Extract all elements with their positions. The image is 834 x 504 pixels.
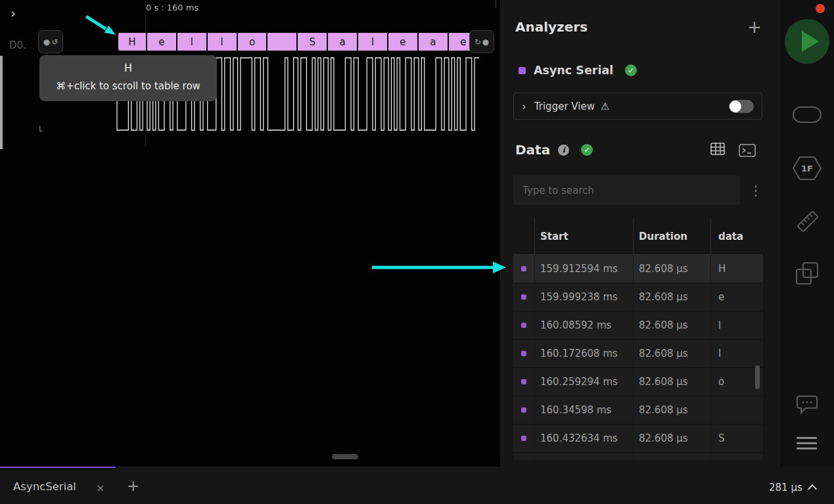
time-range-label: 281 µs (769, 482, 802, 493)
cell-data: a (710, 453, 763, 460)
analyzers-panel: Analyzers + Async Serial ✓ › Trigger Vie… (499, 0, 779, 467)
time-range-control[interactable]: 281 µs (769, 482, 816, 493)
decoded-byte[interactable]: e (388, 33, 419, 51)
tooltip-hint: ⌘+click to scroll to table row (49, 80, 208, 92)
cell-data: e (710, 283, 763, 311)
svg-text:1F: 1F (801, 164, 813, 173)
cell-start: 160.259294 ms (534, 368, 633, 396)
hex-values-icon[interactable]: 1F (792, 156, 822, 181)
frame-color-swatch (521, 436, 526, 441)
table-row[interactable]: 160.259294 ms82.608 µso (513, 368, 763, 396)
cell-duration: 82.608 µs (633, 453, 710, 460)
decoded-byte[interactable]: e (147, 33, 177, 51)
logic-analyzer-app: › 0 s : 160 ms D0. HelloSaleae ●↺ ↻● L H… (0, 0, 834, 504)
decoded-byte[interactable]: o (238, 33, 268, 51)
data-table-header: Start Duration data (513, 218, 763, 255)
decoded-byte[interactable]: a (419, 33, 449, 51)
redo-arrow-icon: ↻ (475, 37, 481, 47)
frame-color-swatch (521, 294, 526, 300)
info-icon[interactable]: i (558, 145, 569, 156)
decoded-byte[interactable]: H (117, 33, 147, 51)
notification-dot (816, 4, 825, 13)
frame-color-swatch (521, 379, 526, 384)
warning-icon: ⚠ (601, 101, 609, 112)
dot-icon: ● (482, 37, 489, 47)
cell-duration: 82.608 µs (633, 255, 710, 283)
cell-duration: 82.608 µs (633, 368, 710, 396)
right-toolbar: 1F (779, 0, 834, 467)
prev-edge-button[interactable]: ●↺ (38, 30, 63, 53)
analyzer-color-swatch (519, 67, 526, 74)
decoded-byte[interactable]: l (358, 33, 388, 51)
frame-color-swatch (521, 266, 526, 271)
device-icon[interactable] (793, 106, 822, 123)
close-tab-icon[interactable]: × (96, 482, 104, 494)
decoded-byte[interactable]: l (208, 33, 238, 51)
next-edge-button[interactable]: ↻● (469, 30, 494, 53)
cell-bullet (513, 283, 534, 311)
byte-tooltip: H ⌘+click to scroll to table row (39, 55, 217, 101)
analyzer-item-async-serial[interactable]: Async Serial ✓ (519, 64, 637, 77)
table-row[interactable]: 160.08592 ms82.608 µsl (513, 311, 763, 340)
analyzer-name: Async Serial (534, 64, 613, 77)
tooltip-byte-value: H (49, 62, 208, 74)
cell-start: 159.999238 ms (534, 283, 633, 311)
cell-data: l (710, 340, 763, 367)
layers-icon[interactable] (794, 260, 820, 286)
column-header-bullet (513, 218, 534, 254)
start-capture-button[interactable] (785, 19, 829, 64)
undo-arrow-icon: ↺ (51, 37, 58, 47)
add-tab-button[interactable]: + (127, 477, 139, 494)
waveform-pane: › 0 s : 160 ms D0. HelloSaleae ●↺ ↻● L H… (0, 0, 499, 467)
data-status-check-icon: ✓ (581, 144, 593, 156)
table-row[interactable]: 160.172608 ms82.608 µsl (513, 340, 763, 368)
cell-bullet (513, 396, 534, 424)
tab-asyncserial[interactable]: AsyncSerial (13, 480, 76, 493)
cell-data: l (710, 311, 763, 339)
active-tab-indicator (0, 467, 116, 468)
column-header-start[interactable]: Start (534, 218, 633, 254)
decoded-byte[interactable]: S (298, 33, 328, 51)
frame-color-swatch (521, 351, 526, 356)
table-row[interactable]: 160.432634 ms82.608 µsS (513, 424, 763, 453)
chevron-right-icon[interactable]: › (522, 100, 526, 113)
column-header-data[interactable]: data (710, 218, 763, 254)
analyzers-title: Analyzers (515, 19, 588, 35)
trigger-view-label: Trigger View (534, 101, 595, 112)
data-title: Data (515, 142, 550, 158)
bottom-tab-bar: AsyncSerial × + 281 µs (0, 467, 834, 504)
ruler-measure-icon[interactable] (795, 209, 820, 234)
cell-bullet (513, 424, 534, 452)
cell-duration: 82.608 µs (633, 396, 710, 424)
column-header-duration[interactable]: Duration (633, 218, 710, 254)
trigger-view-row[interactable]: › Trigger View ⚠ (513, 93, 762, 120)
cell-data: H (710, 255, 763, 283)
search-input[interactable] (513, 175, 740, 205)
cell-duration: 82.608 µs (633, 424, 710, 452)
cell-bullet (513, 340, 534, 367)
table-row[interactable]: 159.912594 ms82.608 µsH (513, 255, 763, 283)
data-table: Start Duration data 159.912594 ms82.608 … (513, 218, 763, 460)
add-analyzer-button[interactable]: + (747, 17, 762, 37)
cell-duration: 82.608 µs (633, 340, 710, 367)
decoded-byte[interactable]: a (328, 33, 358, 51)
cell-start: 160.172608 ms (534, 340, 633, 367)
table-row[interactable]: 160.34598 ms82.608 µs (513, 396, 763, 424)
kebab-menu-icon[interactable]: ⋮ (749, 183, 762, 198)
data-table-body: 159.912594 ms82.608 µsH159.999238 ms82.6… (513, 255, 763, 460)
table-view-icon[interactable] (710, 143, 725, 155)
cell-duration: 82.608 µs (633, 283, 710, 311)
menu-icon[interactable] (797, 437, 817, 453)
table-row[interactable]: 159.999238 ms82.608 µse (513, 283, 763, 311)
trigger-view-toggle[interactable] (729, 100, 754, 113)
terminal-view-icon[interactable] (739, 144, 756, 157)
table-row[interactable]: 160.519278 ms82.608 µsa (513, 453, 763, 460)
cell-data (710, 396, 763, 424)
decoded-byte[interactable] (267, 33, 298, 51)
table-scrollbar-thumb[interactable] (755, 365, 760, 389)
decoded-byte[interactable]: l (177, 33, 208, 51)
decoded-byte-row: HelloSaleae (117, 33, 479, 51)
cell-start: 160.34598 ms (534, 396, 633, 424)
logic-low-marker: L (39, 125, 43, 133)
comments-icon[interactable] (797, 395, 818, 415)
